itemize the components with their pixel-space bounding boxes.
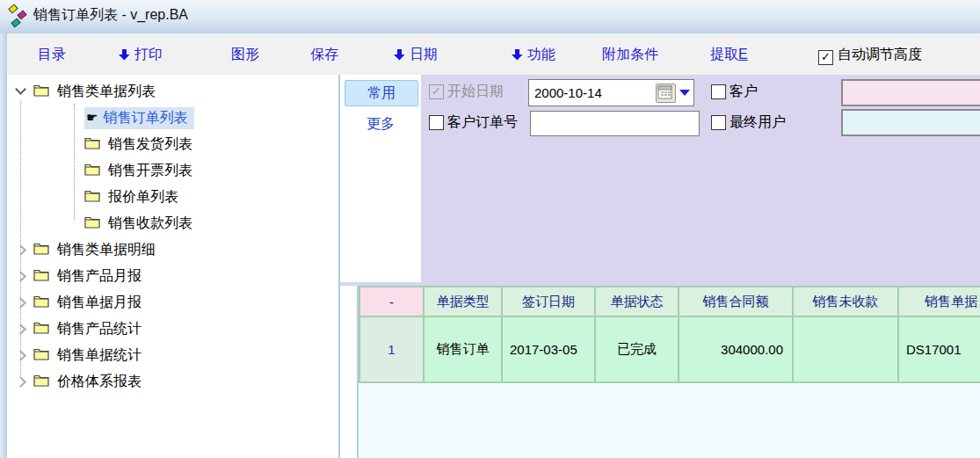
cell-sign-date[interactable]: 2017-03-05 [502,316,595,382]
menu-date[interactable]: 日期 [394,33,438,75]
menu-extra-condition[interactable]: 附加条件 [602,33,658,75]
start-date-value: 2000-10-14 [534,80,602,105]
cell-doc-no[interactable]: DS17001 [898,316,980,382]
cell-rownum[interactable]: 1 [359,316,424,382]
tree-item-sales-doc-list[interactable]: 销售类单据列表 [7,78,338,105]
menu-print[interactable]: 打印 [119,33,163,75]
grid-empty-area [359,384,980,458]
col-header-unreceived[interactable]: 销售未收款 [793,287,898,316]
result-grid: - 单据类型 签订日期 单据状态 销售合同额 销售未收款 销售单据 1 销售订单… [359,286,980,384]
folder-icon [33,294,49,311]
folder-icon [84,136,100,153]
cell-doc-type[interactable]: 销售订单 [424,316,502,382]
checkbox-icon[interactable] [818,50,833,65]
folder-icon [33,84,49,100]
down-arrow-icon [394,35,405,76]
tree-item-sales-doc-stats[interactable]: 销售单据统计 [7,342,338,368]
menu-graphic[interactable]: 图形 [231,33,259,75]
calendar-icon[interactable] [656,84,676,103]
start-date-picker[interactable]: 2000-10-14 [528,79,694,106]
chevron-right-icon[interactable] [14,347,26,363]
cell-unreceived[interactable] [793,316,898,382]
customer-order-no-label: 客户订单号 [447,114,518,130]
filter-button-strip: 常用 更多 [340,75,421,282]
common-filters-button[interactable]: 常用 [345,80,418,106]
end-user-label: 最终用户 [730,114,786,130]
chevron-right-icon[interactable] [14,374,26,389]
auto-height-label: 自动调节高度 [838,47,922,62]
more-filters-button[interactable]: 更多 [345,112,417,136]
folder-icon [33,268,49,285]
tree-item-sales-invoice-list[interactable]: 销售开票列表 [7,157,338,184]
menu-extract[interactable]: 提取E [710,33,748,75]
customer-order-no-checkbox[interactable] [429,115,444,130]
chevron-right-icon[interactable] [14,268,26,284]
col-header-rownum[interactable]: - [359,287,424,316]
auto-height-toggle[interactable]: 自动调节高度 [818,33,922,75]
folder-icon [84,189,100,206]
tree-item-price-system-reports[interactable]: 价格体系报表 [7,368,338,395]
tree-item-sales-product-stats[interactable]: 销售产品统计 [7,316,338,342]
report-tree: 销售类单据列表 ☛ 销售订单列表 销售发货列表 销售开票列表 报价单列表 [7,75,338,458]
end-user-checkbox[interactable] [711,115,726,130]
customer-label: 客户 [730,84,758,99]
folder-icon [84,215,100,232]
tree-item-quotation-list[interactable]: 报价单列表 [7,184,338,210]
grid-header-row: - 单据类型 签订日期 单据状态 销售合同额 销售未收款 销售单据 [359,287,980,316]
tree-item-sales-product-monthly[interactable]: 销售产品月报 [7,263,338,289]
filter-panel: 常用 更多 开始日期 2000-10-14 客户 客户订单号 最终用户 [340,75,980,286]
pointing-hand-icon: ☛ [86,110,98,126]
customer-order-no-input[interactable] [530,111,700,136]
col-header-doc-type[interactable]: 单据类型 [424,287,502,316]
chevron-right-icon[interactable] [14,321,26,337]
folder-icon [33,374,49,390]
tree-item-sales-order-list-selected[interactable]: ☛ 销售订单列表 [7,105,338,131]
tree-item-sales-doc-monthly[interactable]: 销售单据月报 [7,289,338,316]
end-user-combo[interactable] [841,109,980,136]
start-date-checkbox[interactable] [429,84,444,99]
menu-save[interactable]: 保存 [310,33,338,75]
cell-status[interactable]: 已完成 [595,316,679,382]
col-header-doc-no[interactable]: 销售单据 [898,287,980,316]
chevron-right-icon[interactable] [14,242,26,258]
diamonds-logo-icon [7,4,28,29]
folder-icon [33,321,49,338]
customer-checkbox[interactable] [711,84,726,99]
app-window: 销售订单列表 - v_rep.BA 目录 打印 图形 保存 日期 功能 附加条件… [0,0,980,458]
window-left-frame [0,33,7,458]
titlebar: 销售订单列表 - v_rep.BA [0,0,980,33]
menu-catalog[interactable]: 目录 [38,33,66,75]
tree-item-sales-doc-detail[interactable]: 销售类单据明细 [7,236,338,263]
col-header-status[interactable]: 单据状态 [595,287,679,316]
chevron-down-icon[interactable] [14,84,26,99]
down-arrow-icon [512,35,523,76]
menu-function[interactable]: 功能 [512,33,555,75]
folder-icon [33,242,49,258]
down-arrow-icon [119,35,130,76]
customer-combo[interactable] [841,79,980,106]
window-title: 销售订单列表 - v_rep.BA [33,0,188,33]
chevron-right-icon[interactable] [14,294,26,310]
tree-item-sales-receipt-list[interactable]: 销售收款列表 [7,210,338,236]
tree-item-sales-delivery-list[interactable]: 销售发货列表 [7,131,338,157]
grid-data-row[interactable]: 1 销售订单 2017-03-05 已完成 304000.00 DS17001 [359,316,980,382]
toolbar: 目录 打印 图形 保存 日期 功能 附加条件 提取E 自动调节高度 [7,33,980,76]
folder-icon [84,163,100,179]
content-area: 销售类单据列表 ☛ 销售订单列表 销售发货列表 销售开票列表 报价单列表 [7,75,980,458]
folder-icon [33,347,49,364]
col-header-contract-amount[interactable]: 销售合同额 [679,287,793,316]
start-date-label: 开始日期 [447,84,504,99]
col-header-sign-date[interactable]: 签订日期 [502,287,595,316]
cell-contract-amount[interactable]: 304000.00 [679,316,793,382]
dropdown-arrow-icon[interactable] [679,90,690,96]
